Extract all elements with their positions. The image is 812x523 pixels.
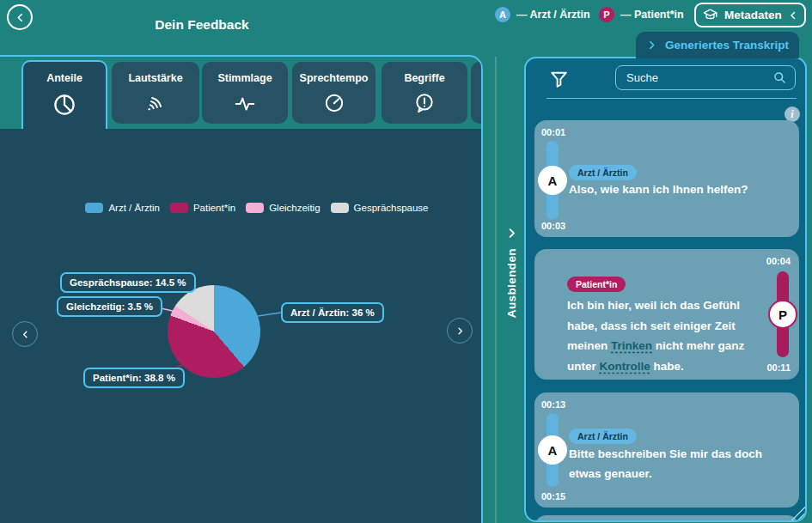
chevron-left-icon	[21, 330, 30, 339]
tab-sprechtempo[interactable]: Sprechtempo	[292, 62, 375, 124]
speaker-legend-label: — Arzt / Ärztin	[516, 9, 590, 21]
chart-legend: Arzt / Ärztin Patient*in Gleichzeitig Ge…	[0, 203, 481, 213]
feedback-panel: os Anteile Lautstärke Stimmlag	[0, 55, 483, 523]
next-chart-button[interactable]	[447, 318, 473, 344]
legend-label: Patient*in	[193, 203, 235, 213]
metadata-button-label: Metadaten	[724, 9, 782, 21]
tab-anteile[interactable]: Anteile	[21, 60, 107, 129]
legend-swatch	[246, 203, 264, 213]
legend-swatch	[170, 203, 188, 213]
chevron-right-icon	[455, 326, 465, 336]
message-line: Also, wie kann ich Ihnen helfen?	[569, 183, 748, 196]
legend-label: Gesprächspause	[354, 203, 429, 213]
doctor-badge: A	[495, 7, 510, 22]
pie-chart-icon	[52, 92, 77, 118]
highlighted-term[interactable]: Trinken	[611, 339, 652, 352]
speaker-chip: Arzt / Ärztin	[569, 429, 637, 444]
doctor-avatar: A	[538, 166, 567, 195]
metadata-button[interactable]: Metadaten	[694, 3, 806, 27]
waveform-icon	[234, 92, 256, 114]
pie-callout-patient: Patient*in: 38.8 %	[83, 368, 185, 388]
search-input[interactable]	[615, 65, 796, 90]
search-box	[615, 65, 796, 90]
message-text: Also, wie kann ich Ihnen helfen?	[569, 180, 748, 198]
sound-waves-icon	[144, 92, 167, 114]
tab-generated-transcript[interactable]: Generiertes Transkript	[636, 32, 799, 58]
transcript-message-card: 00:13 A Arzt / Ärztin Bitte beschreiben …	[534, 392, 799, 508]
back-button[interactable]	[7, 4, 33, 30]
speaker-legend-label: — Patient*in	[620, 9, 684, 21]
tab-begriffe[interactable]: Begriffe	[382, 62, 467, 124]
message-start-time: 00:13	[541, 399, 565, 410]
chevron-right-icon	[646, 40, 657, 51]
tab-label: Begriffe	[404, 72, 444, 84]
chevron-right-icon	[505, 227, 518, 240]
message-text: Ich bin hier, weil ich das Gefühl habe, …	[567, 295, 744, 376]
search-icon[interactable]	[772, 70, 788, 86]
message-line: etwas genauer.	[569, 467, 652, 480]
message-start-time: 00:01	[541, 127, 565, 137]
tab-label: Anteile	[46, 72, 82, 84]
transcript-message-card-partial	[534, 515, 799, 522]
highlighted-term[interactable]: Kontrolle	[600, 360, 650, 373]
tab-lautstaerke[interactable]: Lautstärke	[112, 62, 199, 124]
chevron-left-icon	[15, 12, 26, 23]
patient-avatar: P	[768, 300, 797, 329]
header-divider	[546, 98, 797, 99]
transcript-message-card: 00:04 P Patient*in Ich bin hier, weil ic…	[534, 249, 799, 380]
transcript-tab-label: Generiertes Transkript	[665, 39, 789, 52]
prev-chart-button[interactable]	[12, 321, 38, 347]
message-end-time: 00:03	[541, 221, 565, 231]
pie-callout-gleichzeitig: Gleichzeitig: 3.5 %	[57, 296, 162, 317]
speaker-chip: Arzt / Ärztin	[569, 165, 637, 180]
app-screen: Dein Feedback A — Arzt / Ärztin P — Pati…	[0, 0, 812, 523]
tab-label: Stimmlage	[217, 72, 272, 84]
legend-swatch	[85, 203, 103, 213]
legend-item: Gesprächspause	[331, 203, 429, 213]
transcript-panel: i 00:01 A Arzt / Ärztin Also, wie kann i…	[524, 57, 807, 522]
hide-strip-label: Ausblenden	[505, 248, 518, 318]
message-text: Bitte beschreiben Sie mir das doch etwas…	[569, 444, 762, 483]
message-line: habe, dass ich seit einiger Zeit	[567, 319, 736, 332]
filter-icon[interactable]	[548, 69, 570, 90]
legend-item: Arzt / Ärztin	[85, 203, 159, 213]
message-line: unter	[567, 360, 600, 373]
message-line: meinen	[567, 339, 611, 352]
tab-label: Sprechtempo	[300, 72, 369, 84]
pie-callout-arzt: Arzt / Ärztin: 36 %	[281, 302, 384, 323]
pie-chart	[168, 285, 260, 378]
doctor-avatar: A	[538, 435, 567, 465]
speaker-legend-patient: P — Patient*in	[599, 7, 684, 22]
message-end-time: 00:15	[541, 491, 565, 502]
speaker-legend-doctor: A — Arzt / Ärztin	[495, 7, 590, 22]
legend-item: Gleichzeitig	[246, 203, 320, 213]
message-line: Bitte beschreiben Sie mir das doch	[569, 447, 762, 460]
tab-partial-right[interactable]	[471, 62, 483, 124]
legend-item: Patient*in	[170, 203, 235, 213]
resize-grip[interactable]	[791, 506, 805, 520]
patient-badge: P	[599, 7, 614, 22]
transcript-message-card: 00:01 A Arzt / Ärztin Also, wie kann ich…	[534, 120, 799, 237]
message-end-time: 00:11	[766, 362, 791, 373]
speech-bubble-exclamation-icon	[413, 92, 436, 114]
pie-callout-gespraechspause: Gesprächspause: 14.5 %	[60, 272, 196, 293]
legend-swatch	[331, 203, 349, 213]
speaker-chip: Patient*in	[567, 277, 626, 292]
info-glyph: i	[791, 108, 793, 121]
legend-label: Arzt / Ärztin	[108, 203, 159, 213]
speedometer-icon	[323, 92, 345, 114]
message-line: nicht mehr ganz	[652, 339, 744, 352]
message-start-time: 00:04	[766, 256, 791, 266]
legend-label: Gleichzeitig	[269, 203, 320, 213]
page-title: Dein Feedback	[129, 17, 275, 33]
hide-transcript-strip[interactable]: Ausblenden	[495, 57, 526, 523]
chevron-left-icon	[788, 10, 798, 21]
tab-stimmlage[interactable]: Stimmlage	[202, 62, 288, 124]
message-line: habe.	[650, 360, 684, 373]
message-line: Ich bin hier, weil ich das Gefühl	[567, 299, 740, 312]
graduation-cap-icon	[702, 7, 718, 23]
tab-label: Lautstärke	[128, 72, 182, 84]
